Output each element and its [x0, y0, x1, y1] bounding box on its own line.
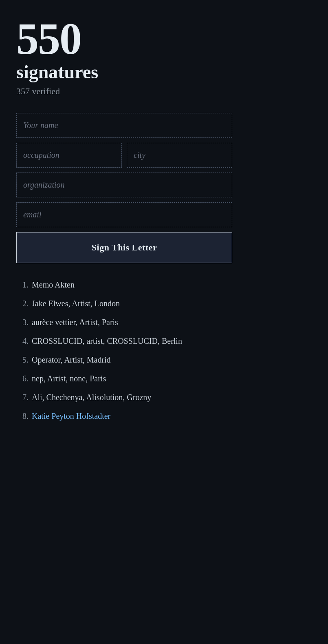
- organization-input[interactable]: [16, 173, 232, 197]
- list-item: 6.nep, Artist, none, Paris: [16, 369, 312, 388]
- list-number: 4.: [16, 335, 29, 347]
- list-number: 2.: [16, 297, 29, 310]
- list-text: Ali, Chechenya, Alisolution, Grozny: [32, 391, 151, 403]
- sign-button[interactable]: Sign This Letter: [16, 232, 232, 263]
- list-number: 1.: [16, 279, 29, 291]
- list-number: 7.: [16, 391, 29, 403]
- signatures-verified: 357 verified: [16, 86, 312, 97]
- list-text: aurèce vettier, Artist, Paris: [32, 316, 118, 328]
- signatures-label: signatures: [16, 61, 312, 83]
- list-item: 1.Memo Akten: [16, 275, 312, 294]
- sign-form: Sign This Letter: [16, 113, 232, 263]
- list-text: Operator, Artist, Madrid: [32, 354, 111, 366]
- list-number: 3.: [16, 316, 29, 328]
- list-item: 5.Operator, Artist, Madrid: [16, 350, 312, 369]
- list-item: 4.CROSSLUCID, artist, CROSSLUCID, Berlin: [16, 332, 312, 350]
- email-input[interactable]: [16, 202, 232, 227]
- list-text: CROSSLUCID, artist, CROSSLUCID, Berlin: [32, 335, 182, 347]
- list-item: 7.Ali, Chechenya, Alisolution, Grozny: [16, 388, 312, 407]
- name-input[interactable]: [16, 113, 232, 138]
- list-text: Memo Akten: [32, 279, 75, 291]
- list-number: 8.: [16, 410, 29, 422]
- list-item: 2.Jake Elwes, Artist, London: [16, 294, 312, 313]
- list-item: 3.aurèce vettier, Artist, Paris: [16, 313, 312, 332]
- list-item: 8.Katie Peyton Hofstadter: [16, 407, 312, 425]
- signers-list: 1.Memo Akten2.Jake Elwes, Artist, London…: [16, 275, 312, 425]
- occupation-input[interactable]: [16, 143, 122, 168]
- list-text: Jake Elwes, Artist, London: [32, 297, 120, 310]
- list-number: 6.: [16, 372, 29, 385]
- list-number: 5.: [16, 354, 29, 366]
- signatures-count: 550: [16, 16, 312, 61]
- list-text: Katie Peyton Hofstadter: [32, 410, 110, 422]
- list-text: nep, Artist, none, Paris: [32, 372, 106, 385]
- city-input[interactable]: [127, 143, 232, 168]
